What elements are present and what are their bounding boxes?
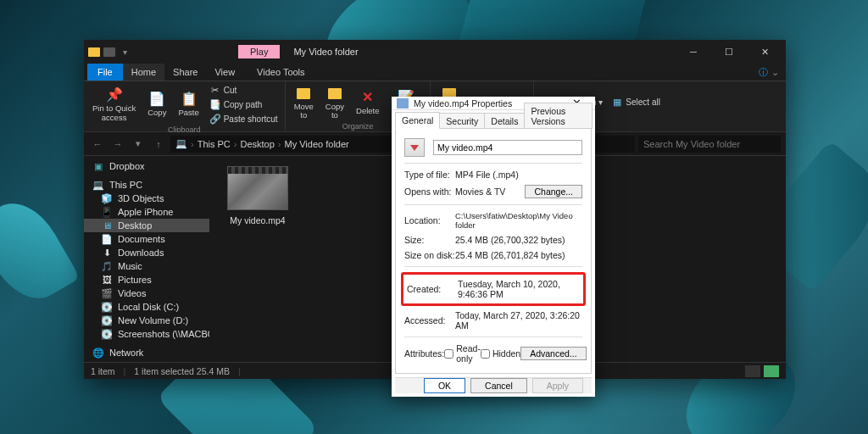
file-label: My video.mp4 <box>230 215 285 225</box>
sidebar-item-videos[interactable]: 🎬Videos <box>84 287 209 300</box>
accessed-value: Today, March 27, 2020, 3:26:20 AM <box>455 310 582 331</box>
sidebar-item-dropbox[interactable]: ▣Dropbox <box>84 159 209 173</box>
cancel-button[interactable]: Cancel <box>470 378 527 393</box>
type-of-file-value: MP4 File (.mp4) <box>455 170 582 180</box>
sidebar-item-localdisk[interactable]: 💽Local Disk (C:) <box>84 300 209 314</box>
minimize-button[interactable]: ─ <box>676 40 711 64</box>
tab-view[interactable]: View <box>206 64 243 81</box>
created-row-highlight: Created:Tuesday, March 10, 2020, 9:46:36… <box>401 272 586 306</box>
pin-button[interactable]: 📌Pin to Quick access <box>89 85 139 124</box>
opens-with-value: Movies & TV <box>455 186 525 197</box>
sidebar-item-music[interactable]: 🎵Music <box>84 259 209 273</box>
status-selected: 1 item selected 25.4 MB <box>134 366 230 376</box>
hidden-checkbox[interactable]: Hidden <box>481 348 520 359</box>
sidebar-item-newvolume[interactable]: 💽New Volume (D:) <box>84 314 209 327</box>
size-value: 25.4 MB (26,700,322 bytes) <box>455 235 582 245</box>
contextual-tab-play[interactable]: Play <box>238 45 280 58</box>
titlebar: ▾ Play My Video folder ─ ☐ ✕ <box>84 40 786 64</box>
change-button[interactable]: Change... <box>525 185 582 198</box>
cut-button[interactable]: ✂Cut <box>208 83 280 97</box>
tab-home[interactable]: Home <box>123 64 164 81</box>
sidebar-item-3dobjects[interactable]: 🧊3D Objects <box>84 192 209 205</box>
tab-share[interactable]: Share <box>164 64 206 81</box>
help-icon[interactable]: ⓘ⌄ <box>759 66 786 79</box>
filename-input[interactable] <box>433 140 582 155</box>
sidebar-item-documents[interactable]: 📄Documents <box>84 232 209 246</box>
forward-button[interactable]: → <box>109 136 126 153</box>
apply-button[interactable]: Apply <box>532 378 583 393</box>
pc-icon: 💻 <box>175 138 187 149</box>
tab-security[interactable]: Security <box>439 113 485 129</box>
back-button[interactable]: ← <box>89 136 106 153</box>
view-large-icon[interactable] <box>764 365 779 377</box>
paste-button[interactable]: 📋Paste <box>175 89 202 119</box>
sidebar-item-desktop[interactable]: 🖥Desktop <box>84 219 209 232</box>
created-value: Tuesday, March 10, 2020, 9:46:36 PM <box>458 279 580 299</box>
sidebar-item-thispc[interactable]: 💻This PC <box>84 178 209 192</box>
move-to-button[interactable]: Move to <box>291 83 317 122</box>
recent-button[interactable]: ▾ <box>130 136 147 153</box>
sidebar-item-iphone[interactable]: 📱Apple iPhone <box>84 205 209 219</box>
window-title: My Video folder <box>293 47 358 57</box>
ribbon-tabs: File Home Share View Video Tools ⓘ⌄ <box>84 64 786 81</box>
dialog-title: My video.mp4 Properties <box>414 98 512 108</box>
properties-dialog: My video.mp4 Properties ✕ General Securi… <box>392 97 595 397</box>
video-thumbnail-icon <box>227 166 288 210</box>
readonly-checkbox[interactable]: Read-only <box>444 343 481 364</box>
select-all-button[interactable]: ▦Select all <box>609 95 662 108</box>
delete-button[interactable]: ✕Delete <box>353 87 382 117</box>
dialog-tabs: General Security Details Previous Versio… <box>392 110 595 129</box>
copy-button[interactable]: 📄Copy <box>144 89 170 119</box>
advanced-button[interactable]: Advanced... <box>520 347 586 360</box>
tab-video-tools[interactable]: Video Tools <box>248 64 313 81</box>
status-count: 1 item <box>91 366 115 376</box>
copy-path-button[interactable]: 📑Copy path <box>208 97 280 111</box>
sidebar: ▣Dropbox 💻This PC 🧊3D Objects 📱Apple iPh… <box>84 156 209 362</box>
tab-details[interactable]: Details <box>484 113 525 129</box>
paste-shortcut-button[interactable]: 🔗Paste shortcut <box>208 112 280 125</box>
copy-to-button[interactable]: Copy to <box>322 83 348 122</box>
sidebar-item-network[interactable]: 🌐Network <box>84 346 209 359</box>
view-details-icon[interactable] <box>745 365 760 377</box>
file-type-icon <box>404 138 425 157</box>
tab-file[interactable]: File <box>87 64 123 81</box>
qat-icon[interactable] <box>103 46 116 58</box>
file-item[interactable]: My video.mp4 <box>220 166 296 225</box>
up-button[interactable]: ↑ <box>150 136 167 153</box>
qat-dropdown-icon[interactable]: ▾ <box>118 46 131 58</box>
ok-button[interactable]: OK <box>424 378 465 393</box>
close-button[interactable]: ✕ <box>747 40 782 64</box>
sidebar-item-pictures[interactable]: 🖼Pictures <box>84 273 209 287</box>
dialog-icon <box>397 98 409 108</box>
size-on-disk-value: 25.4 MB (26,701,824 bytes) <box>455 250 582 260</box>
search-input[interactable]: Search My Video folder <box>638 136 781 153</box>
folder-icon <box>87 46 101 58</box>
location-value: C:\Users\fatiw\Desktop\My Video folder <box>455 211 582 230</box>
tab-previous-versions[interactable]: Previous Versions <box>524 103 593 129</box>
maximize-button[interactable]: ☐ <box>711 40 747 64</box>
tab-general[interactable]: General <box>395 112 440 129</box>
sidebar-item-screenshots[interactable]: 💽Screenshots (\\MACBOOK... <box>84 327 209 341</box>
sidebar-item-downloads[interactable]: ⬇Downloads <box>84 246 209 259</box>
